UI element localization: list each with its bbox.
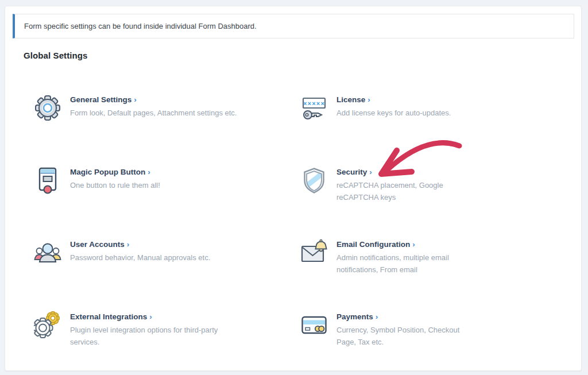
settings-item-payments[interactable]: Payments› Currency, Symbol Position, Che…: [300, 311, 547, 375]
settings-item-title[interactable]: Payments›: [336, 312, 477, 321]
settings-item-email-configuration[interactable]: Email Configuration› Admin notifications…: [300, 239, 547, 311]
settings-item-title[interactable]: License›: [336, 95, 451, 104]
email-bell-icon: [300, 239, 328, 266]
settings-item-magic-popup-button[interactable]: Magic Popup Button› One button to rule t…: [34, 167, 300, 239]
chevron-right-icon: ›: [368, 95, 370, 104]
settings-item-text: Payments› Currency, Symbol Position, Che…: [336, 311, 477, 348]
license-key-icon: ×××××: [300, 94, 328, 122]
settings-item-title[interactable]: Email Configuration›: [336, 240, 477, 249]
settings-item-general-settings[interactable]: General Settings› Form look, Default pag…: [34, 94, 300, 167]
settings-item-title[interactable]: Magic Popup Button›: [70, 168, 160, 176]
settings-item-description: Form look, Default pages, Attachment set…: [70, 107, 237, 119]
settings-item-external-integrations[interactable]: External Integrations› Plugin level inte…: [34, 311, 300, 375]
chevron-right-icon: ›: [369, 168, 372, 176]
settings-item-description: Password behavior, Manual approvals etc.: [70, 252, 210, 264]
settings-item-description: Admin notifications, multiple email noti…: [336, 252, 477, 276]
settings-item-description: reCAPTCHA placement, Google reCAPTCHA ke…: [336, 179, 477, 203]
settings-grid: General Settings› Form look, Default pag…: [34, 94, 547, 375]
settings-item-user-accounts[interactable]: User Accounts› Password behavior, Manual…: [34, 239, 300, 311]
settings-item-description: Plugin level integration options for thi…: [70, 324, 242, 348]
settings-item-text: General Settings› Form look, Default pag…: [70, 94, 237, 119]
settings-item-text: License› Add license keys for auto-updat…: [336, 94, 451, 119]
info-notice: Form specific settings can be found insi…: [13, 14, 574, 38]
settings-item-title[interactable]: External Integrations›: [70, 312, 242, 321]
user-accounts-icon: [34, 239, 61, 266]
settings-item-title[interactable]: General Settings›: [70, 95, 237, 104]
info-notice-text: Form specific settings can be found insi…: [24, 22, 257, 30]
chevron-right-icon: ›: [148, 168, 150, 176]
settings-item-description: One button to rule them all!: [70, 179, 160, 191]
settings-item-text: Email Configuration› Admin notifications…: [336, 239, 477, 276]
popup-button-icon: [34, 167, 61, 194]
chevron-right-icon: ›: [412, 240, 415, 249]
settings-item-license[interactable]: ××××× License› Add license keys for auto…: [300, 94, 547, 167]
chevron-right-icon: ›: [376, 312, 378, 321]
chevron-right-icon: ›: [127, 240, 130, 249]
gear-icon: [34, 94, 61, 122]
settings-item-text: Security› reCAPTCHA placement, Google re…: [336, 167, 477, 203]
settings-item-description: Currency, Symbol Position, Checkout Page…: [336, 324, 477, 348]
settings-item-title[interactable]: Security›: [336, 168, 477, 176]
settings-item-text: External Integrations› Plugin level inte…: [70, 311, 242, 348]
svg-text:×××××: ×××××: [303, 100, 325, 107]
credit-card-icon: [300, 311, 328, 339]
settings-item-text: Magic Popup Button› One button to rule t…: [70, 167, 160, 191]
chevron-right-icon: ›: [134, 95, 137, 104]
settings-item-title[interactable]: User Accounts›: [70, 240, 210, 249]
settings-panel: Form specific settings can be found insi…: [5, 6, 582, 371]
chevron-right-icon: ›: [149, 312, 152, 321]
settings-item-description: Add license keys for auto-updates.: [336, 107, 451, 119]
integration-gears-icon: [34, 311, 61, 339]
page-title: Global Settings: [24, 51, 581, 60]
settings-item-security[interactable]: Security› reCAPTCHA placement, Google re…: [300, 167, 547, 239]
settings-item-text: User Accounts› Password behavior, Manual…: [70, 239, 210, 264]
security-shield-icon: [300, 167, 328, 194]
